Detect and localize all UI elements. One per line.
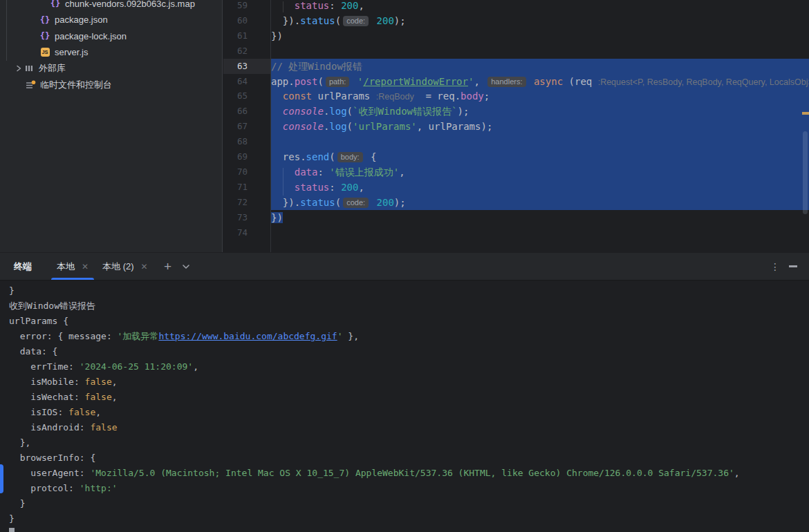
terminal-tab-本地[interactable]: 本地✕	[50, 253, 95, 280]
tree-item-package.json[interactable]: {}package.json	[0, 12, 222, 28]
tree-item-临时文件和控制台[interactable]: 临时文件和控制台	[0, 77, 222, 93]
line-number[interactable]: 65	[223, 88, 270, 104]
code-token: {	[365, 151, 377, 162]
terminal-text: false	[85, 377, 112, 387]
terminal-line: error: { message: '加载异常https://www.baidu…	[9, 329, 359, 344]
code-line[interactable]: res.send(body: {	[271, 149, 809, 164]
terminal-text: protcol:	[9, 483, 80, 493]
terminal-line: urlParams {	[9, 314, 68, 329]
code-line[interactable]: console.log(`收到Window错误报告`);	[271, 104, 809, 119]
code-token: = req.	[414, 91, 461, 102]
code-token: body	[461, 91, 484, 102]
tree-item-chunk-vendors.092b063c.js.map[interactable]: {}chunk-vendors.092b063c.js.map	[0, 0, 222, 12]
code-line[interactable]: data: '错误上报成功',	[271, 164, 809, 180]
code-token: ,	[474, 76, 485, 87]
terminal-text: ,	[112, 392, 118, 402]
terminal-text: errTime:	[9, 361, 80, 372]
code-token: );	[457, 106, 469, 117]
json-braces-icon: {}	[39, 15, 50, 26]
editor-gutter[interactable]: 59606162636465666768697071727374	[223, 0, 270, 252]
terminal-line: }	[9, 283, 15, 298]
code-line[interactable]: }).status(code: 200);	[271, 195, 809, 210]
code-line[interactable]: })	[271, 210, 809, 225]
line-number[interactable]: 67	[223, 119, 270, 134]
code-token: log	[329, 121, 346, 132]
code-token: (	[317, 76, 323, 87]
tree-item-label: package.json	[55, 15, 108, 25]
terminal-scroll-indicator[interactable]	[0, 464, 3, 493]
terminal-text: ,	[112, 377, 118, 387]
terminal-line: }	[9, 496, 25, 511]
code-editor[interactable]: 59606162636465666768697071727374 status:…	[223, 0, 809, 252]
terminal-text: false	[68, 407, 95, 417]
code-line[interactable]	[271, 134, 809, 149]
code-token: console	[283, 106, 324, 117]
code-token: status	[295, 0, 330, 11]
line-number[interactable]: 72	[223, 195, 270, 210]
inlay-hint: body:	[337, 152, 363, 162]
terminal-tab-本地 (2)[interactable]: 本地 (2)✕	[95, 253, 155, 280]
toolbar-right-pad	[802, 253, 809, 280]
terminal-text: '2024-06-25 11:20:09'	[80, 361, 193, 372]
hide-panel-icon[interactable]	[784, 258, 802, 276]
close-icon[interactable]: ✕	[141, 263, 148, 271]
code-line[interactable]: status: 200,	[271, 180, 809, 195]
line-number[interactable]: 71	[223, 180, 270, 195]
line-number[interactable]: 61	[223, 28, 270, 44]
indent-guide	[283, 1, 283, 12]
code-token: app.	[271, 76, 295, 87]
json-braces-icon: {}	[40, 31, 50, 41]
line-number[interactable]: 66	[223, 104, 270, 119]
code-token: async	[534, 76, 563, 87]
tree-item-package-lock.json[interactable]: {}package-lock.json	[0, 28, 222, 44]
code-token: :	[329, 0, 341, 11]
chevron-down-icon[interactable]	[177, 258, 195, 276]
tree-item-server.js[interactable]: JSserver.js	[0, 44, 222, 61]
line-number[interactable]: 73	[223, 210, 270, 225]
terminal-text: 'Mozilla/5.0 (Macintosh; Intel Mac OS X …	[90, 468, 734, 478]
terminal-link[interactable]: https://www.baidu.com/abcdefg.gif	[158, 331, 337, 341]
code-line[interactable]: status: 200,	[271, 0, 809, 13]
terminal-tab-label: 本地	[57, 260, 75, 273]
line-number[interactable]: 70	[223, 164, 270, 180]
chevron-right-icon[interactable]	[14, 64, 24, 73]
code-area[interactable]: status: 200, }).status(code: 200);})// 处…	[271, 0, 809, 252]
terminal-text: ,	[193, 361, 198, 372]
terminal-output[interactable]: }收到Window错误报告urlParams { error: { messag…	[0, 281, 809, 532]
line-number[interactable]: 64	[223, 74, 270, 89]
code-line[interactable]	[271, 44, 809, 59]
terminal-text: false	[90, 422, 117, 433]
code-token: ,	[358, 182, 364, 193]
code-line[interactable]: app.post(path: '/reportWindowError', han…	[271, 74, 809, 89]
line-number[interactable]: 60	[223, 13, 270, 28]
close-icon[interactable]: ✕	[82, 263, 89, 271]
terminal-line: 收到Window错误报告	[9, 298, 95, 314]
json-braces-icon: {}	[50, 0, 60, 8]
code-line[interactable]: // 处理Window报错	[271, 59, 809, 74]
line-number[interactable]: 62	[223, 44, 270, 59]
code-line[interactable]: })	[271, 28, 809, 44]
editor-scrollbar-thumb[interactable]	[803, 131, 808, 214]
more-options-icon[interactable]: ⋮	[766, 258, 784, 276]
line-number[interactable]: 59	[223, 0, 270, 13]
code-token: :	[317, 167, 329, 178]
terminal-tabs: 本地✕本地 (2)✕	[50, 253, 155, 280]
code-line[interactable]	[271, 225, 809, 240]
code-line[interactable]: }).status(code: 200);	[271, 13, 809, 28]
code-line[interactable]: const urlParams :ReqBody = req.body;	[271, 88, 809, 104]
line-number[interactable]: 69	[223, 149, 270, 164]
inlay-hint: handlers:	[487, 77, 526, 87]
code-token: console	[283, 121, 324, 132]
line-number[interactable]: 63	[223, 59, 270, 74]
terminal-text: error: { message:	[9, 331, 118, 341]
code-token: data	[295, 167, 318, 178]
terminal-line: isMobile: false,	[9, 374, 118, 390]
terminal-line: data: {	[9, 344, 57, 359]
new-terminal-tab-button[interactable]: +	[159, 258, 177, 276]
code-line[interactable]: console.log('urlParams', urlParams);	[271, 119, 809, 134]
line-number[interactable]: 74	[223, 225, 270, 240]
selected-text: })	[271, 212, 283, 223]
tree-item-外部库[interactable]: 外部库	[0, 60, 222, 77]
line-number[interactable]: 68	[223, 134, 270, 149]
js-file-icon: JS	[39, 47, 50, 58]
